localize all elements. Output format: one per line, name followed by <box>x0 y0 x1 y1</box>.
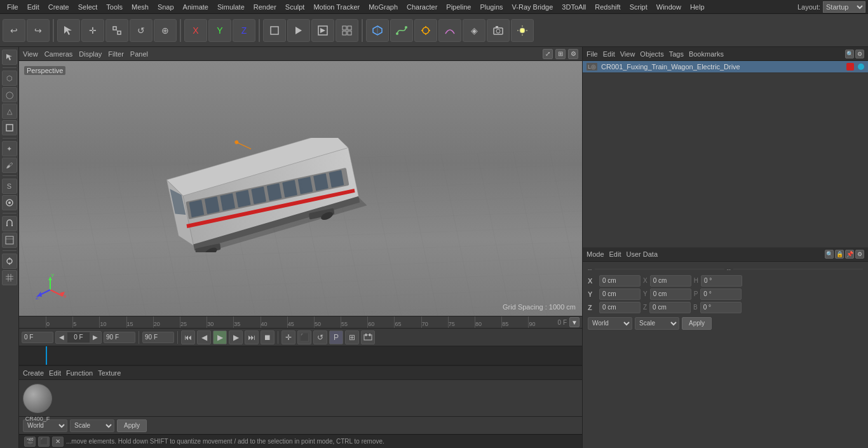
left-tool-cube[interactable] <box>2 120 17 135</box>
menu-select[interactable]: Select <box>74 2 102 12</box>
p-rot-input[interactable] <box>700 288 742 300</box>
status-movie-btn[interactable]: 🎬 <box>24 437 36 447</box>
transform-button[interactable]: ⊕ <box>154 19 177 42</box>
left-tool-snap[interactable] <box>2 254 17 269</box>
obj-tags[interactable]: Tags <box>669 50 684 58</box>
attr-pin-icon[interactable]: 📌 <box>845 250 854 259</box>
scale-tool-button[interactable] <box>105 19 128 42</box>
left-tool-knife[interactable]: ✦ <box>2 141 17 156</box>
mat-texture[interactable]: Texture <box>98 369 121 377</box>
left-tool-brush[interactable]: 🖌 <box>2 158 17 173</box>
current-frame-input[interactable] <box>67 332 90 343</box>
cube-primitive-button[interactable] <box>366 19 389 42</box>
loop-btn[interactable]: ↺ <box>313 330 327 344</box>
select-key-btn[interactable]: ⬛ <box>297 330 311 344</box>
redo-button[interactable]: ↪ <box>27 19 50 42</box>
camera-button[interactable] <box>487 19 510 42</box>
spline-button[interactable] <box>390 19 413 42</box>
move-key-btn[interactable]: ✛ <box>281 330 295 344</box>
attr-apply-button[interactable]: Apply <box>682 317 712 330</box>
menu-snap[interactable]: Snap <box>153 2 179 12</box>
menu-render[interactable]: Render <box>249 2 281 12</box>
play-btn[interactable]: ▶ <box>213 330 227 344</box>
attr-config-icon[interactable]: ⚙ <box>855 250 864 259</box>
keyframe-btn[interactable]: ⊞ <box>345 330 359 344</box>
motion-clip-btn[interactable] <box>361 330 375 344</box>
material-item[interactable]: CR400_F <box>23 384 52 413</box>
object-mode-button[interactable] <box>263 19 286 42</box>
menu-window[interactable]: Window <box>652 2 686 12</box>
left-tool-material[interactable] <box>2 233 17 248</box>
attr-world-select[interactable]: World Object <box>588 317 632 330</box>
attr-search-icon[interactable]: 🔍 <box>825 250 834 259</box>
objects-config-btn[interactable]: ⚙ <box>855 50 864 58</box>
z-size-input[interactable] <box>649 302 691 313</box>
vh-filter[interactable]: Filter <box>108 50 123 58</box>
menu-pipeline[interactable]: Pipeline <box>442 2 475 12</box>
menu-redshift[interactable]: Redshift <box>590 2 625 12</box>
menu-edit[interactable]: Edit <box>23 2 44 12</box>
status-square-btn[interactable]: ⬛ <box>38 437 50 447</box>
menu-motion-tracker[interactable]: Motion Tracker <box>309 2 364 12</box>
mat-function[interactable]: Function <box>66 369 93 377</box>
left-tool-circle[interactable]: ◯ <box>2 87 17 102</box>
menu-mograph[interactable]: MoGraph <box>364 2 402 12</box>
menu-vray[interactable]: V-Ray Bridge <box>508 2 558 12</box>
left-tool-magnet[interactable] <box>2 216 17 231</box>
left-tool-grid[interactable] <box>2 270 17 285</box>
light-button[interactable] <box>511 19 534 42</box>
frame-up-btn[interactable]: ▶ <box>90 332 100 343</box>
rotate-tool-button[interactable]: ↺ <box>130 19 153 42</box>
menu-plugins[interactable]: Plugins <box>475 2 507 12</box>
object-row-train[interactable]: L◎ CR001_Fuxing_Train_Wagon_Electric_Dri… <box>583 61 868 73</box>
select-tool-button[interactable] <box>57 19 80 42</box>
x-axis-button[interactable]: X <box>184 19 207 42</box>
render-view-button[interactable] <box>311 19 334 42</box>
y-axis-button[interactable]: Y <box>208 19 231 42</box>
end-frame-input[interactable] <box>104 332 135 343</box>
next-frame-btn[interactable]: ▶ <box>229 330 243 344</box>
viewport-layout-btn[interactable]: ⊞ <box>555 49 566 59</box>
menu-script[interactable]: Script <box>625 2 652 12</box>
search-icon[interactable]: 🔍 <box>845 50 854 58</box>
menu-create[interactable]: Create <box>44 2 74 12</box>
b-rot-input[interactable] <box>700 302 742 313</box>
frame-down-btn[interactable]: ◀ <box>57 332 67 343</box>
vh-view[interactable]: View <box>23 50 38 58</box>
left-tool-triangle[interactable]: △ <box>2 104 17 119</box>
mat-create[interactable]: Create <box>23 369 44 377</box>
left-tool-select[interactable] <box>2 50 17 65</box>
start-frame-input[interactable] <box>22 332 53 343</box>
record-btn[interactable]: P <box>329 330 343 344</box>
viewport-config-btn[interactable]: ⚙ <box>568 49 578 59</box>
viewport-expand-btn[interactable]: ⤢ <box>543 49 553 59</box>
y-pos-input[interactable] <box>599 288 641 300</box>
y-size-input[interactable] <box>650 288 691 300</box>
z-axis-button[interactable]: Z <box>233 19 255 42</box>
menu-help[interactable]: Help <box>686 2 709 12</box>
mat-edit[interactable]: Edit <box>49 369 61 377</box>
obj-edit[interactable]: Edit <box>603 50 615 58</box>
obj-file[interactable]: File <box>587 50 598 58</box>
obj-bookmarks[interactable]: Bookmarks <box>689 50 724 58</box>
x-pos-input[interactable] <box>599 275 641 287</box>
prev-frame-btn[interactable]: ◀ <box>197 330 211 344</box>
menu-tools[interactable]: Tools <box>102 2 127 12</box>
render-all-button[interactable] <box>336 19 358 42</box>
record-stop-btn[interactable]: ⏹ <box>261 330 275 344</box>
playback-end-input[interactable] <box>142 332 174 343</box>
status-close-btn[interactable]: ✕ <box>52 437 64 447</box>
x-size-input[interactable] <box>650 275 691 287</box>
render-active-button[interactable] <box>287 19 310 42</box>
obj-view[interactable]: View <box>620 50 635 58</box>
attr-scale-select[interactable]: Scale Move Rotate <box>635 317 679 330</box>
vh-display[interactable]: Display <box>79 50 102 58</box>
vh-cameras[interactable]: Cameras <box>44 50 73 58</box>
menu-sculpt[interactable]: Sculpt <box>281 2 309 12</box>
h-rot-input[interactable] <box>701 275 742 287</box>
layout-select[interactable]: Startup Standard Modeling <box>823 1 865 13</box>
move-tool-button[interactable]: ✛ <box>81 19 104 42</box>
scale-select[interactable]: Scale Move Rotate <box>70 419 114 432</box>
apply-button[interactable]: Apply <box>117 419 147 432</box>
to-start-btn[interactable]: ⏮ <box>181 330 195 344</box>
